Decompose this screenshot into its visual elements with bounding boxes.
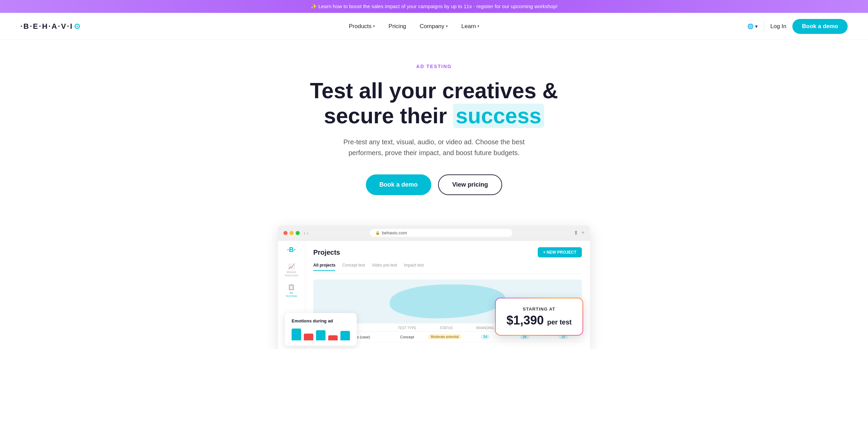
login-button[interactable]: Log In xyxy=(770,23,786,30)
hero-title: Test all your creatives & secure their s… xyxy=(281,79,587,128)
sidebar-logo: ·B· xyxy=(287,246,296,254)
tab-video-pre-test[interactable]: Video pre-test xyxy=(372,263,397,271)
pricing-price: $1,390 per test xyxy=(507,314,572,327)
emotions-bars xyxy=(292,327,350,340)
url-text: behavio.com xyxy=(382,230,407,235)
emotions-widget: Emotions during ad xyxy=(285,313,357,346)
new-project-button[interactable]: + NEW PROJECT xyxy=(538,247,582,257)
ad-testing-label: ADTESTING xyxy=(285,291,297,298)
emotions-title: Emotions during ad xyxy=(292,318,350,323)
globe-icon: 🌐 xyxy=(747,23,754,29)
language-selector[interactable]: 🌐 ▾ xyxy=(747,23,758,29)
app-page-title: Projects xyxy=(313,249,340,256)
add-tab-icon[interactable]: + xyxy=(581,230,585,236)
chevron-down-icon: ▾ xyxy=(373,24,375,28)
logo[interactable]: ·B·E·H·A·V·I⊙ xyxy=(20,22,81,31)
bar-segment xyxy=(328,335,338,340)
book-demo-button-nav[interactable]: Book a demo xyxy=(792,19,848,34)
nav-company[interactable]: Company ▾ xyxy=(420,23,448,30)
minimize-dot[interactable] xyxy=(290,231,294,235)
row-status: Moderate potential xyxy=(428,334,464,339)
status-badge: Moderate potential xyxy=(428,334,461,339)
clipboard-icon: 📋 xyxy=(288,284,295,290)
price-unit: per test xyxy=(547,318,572,326)
bar-segment xyxy=(292,329,301,340)
chevron-down-icon: ▾ xyxy=(477,24,479,28)
col-status: STATUS xyxy=(428,326,464,330)
emotion-bar-3 xyxy=(316,330,326,340)
pricing-card: STARTING AT $1,390 per test xyxy=(495,298,583,336)
nav-learn-label: Learn xyxy=(461,23,476,30)
chart-icon: 📈 xyxy=(288,263,295,270)
top-banner[interactable]: ✨ Learn how to boost the sales impact of… xyxy=(0,0,868,13)
nav-products[interactable]: Products ▾ xyxy=(349,23,375,30)
nav-divider xyxy=(764,21,764,32)
forward-icon[interactable]: › xyxy=(307,230,309,236)
nav-pricing-label: Pricing xyxy=(389,23,406,30)
tab-concept-test[interactable]: Concept test xyxy=(342,263,365,271)
tab-all-projects[interactable]: All projects xyxy=(313,263,335,271)
close-dot[interactable] xyxy=(283,231,288,235)
price-value: $1,390 xyxy=(507,313,544,327)
emotion-bar-2 xyxy=(304,334,313,340)
browser-url-bar[interactable]: 🔒 behavio.com xyxy=(370,229,512,237)
nav-right: 🌐 ▾ Log In Book a demo xyxy=(747,19,848,34)
bar-segment xyxy=(340,331,350,340)
pricing-starting-label: STARTING AT xyxy=(507,307,572,312)
browser-chrome: ‹ › 🔒 behavio.com ⬆ + xyxy=(278,226,590,240)
bar-segment xyxy=(316,330,326,340)
share-icon[interactable]: ⬆ xyxy=(574,230,578,236)
hero-section: AD TESTING Test all your creatives & sec… xyxy=(0,40,868,226)
browser-frame: ‹ › 🔒 behavio.com ⬆ + ·B· 📈 BRANDTRACKIN… xyxy=(278,226,590,349)
hero-buttons: Book a demo View pricing xyxy=(7,174,861,195)
book-demo-button[interactable]: Book a demo xyxy=(366,174,431,195)
nav-learn[interactable]: Learn ▾ xyxy=(461,23,479,30)
nav-products-label: Products xyxy=(349,23,372,30)
nav-company-label: Company xyxy=(420,23,445,30)
tab-impact-test[interactable]: Impact test xyxy=(404,263,424,271)
chevron-down-icon: ▾ xyxy=(446,24,448,28)
lock-icon: 🔒 xyxy=(375,231,380,235)
nav-pricing[interactable]: Pricing xyxy=(389,23,406,30)
browser-actions: ⬆ + xyxy=(574,230,585,236)
hero-subtitle: Pre-test any text, visual, audio, or vid… xyxy=(332,136,536,158)
hero-title-highlight: success xyxy=(453,104,544,128)
hero-label: AD TESTING xyxy=(7,64,861,69)
brand-tracking-label: BRANDTRACKING xyxy=(284,271,298,277)
branding-score: 54 xyxy=(480,334,490,339)
nav-center: Products ▾ Pricing Company ▾ Learn ▾ xyxy=(349,23,479,30)
browser-dots xyxy=(283,231,300,235)
col-test-type: TEST TYPE xyxy=(389,326,425,330)
emotion-bar-4 xyxy=(328,335,338,340)
maximize-dot[interactable] xyxy=(296,231,300,235)
emotion-bar-5 xyxy=(340,331,350,340)
sidebar-item-brand-tracking[interactable]: 📈 BRANDTRACKING xyxy=(284,263,298,277)
view-pricing-button[interactable]: View pricing xyxy=(438,174,502,195)
app-header-row: Projects + NEW PROJECT xyxy=(313,247,582,257)
emotion-bar-1 xyxy=(292,329,301,340)
banner-text: ✨ Learn how to boost the sales impact of… xyxy=(311,3,558,9)
chevron-down-icon: ▾ xyxy=(755,23,758,29)
browser-navigation: ‹ › xyxy=(304,230,308,236)
sidebar-item-ad-testing[interactable]: 📋 ADTESTING xyxy=(285,284,297,298)
row-test-type: Concept xyxy=(389,335,425,339)
bar-segment xyxy=(304,334,313,340)
app-tabs: All projects Concept test Video pre-test… xyxy=(313,263,582,274)
navbar: ·B·E·H·A·V·I⊙ Products ▾ Pricing Company… xyxy=(0,13,868,40)
map-blob xyxy=(390,284,505,318)
back-icon[interactable]: ‹ xyxy=(304,230,305,236)
